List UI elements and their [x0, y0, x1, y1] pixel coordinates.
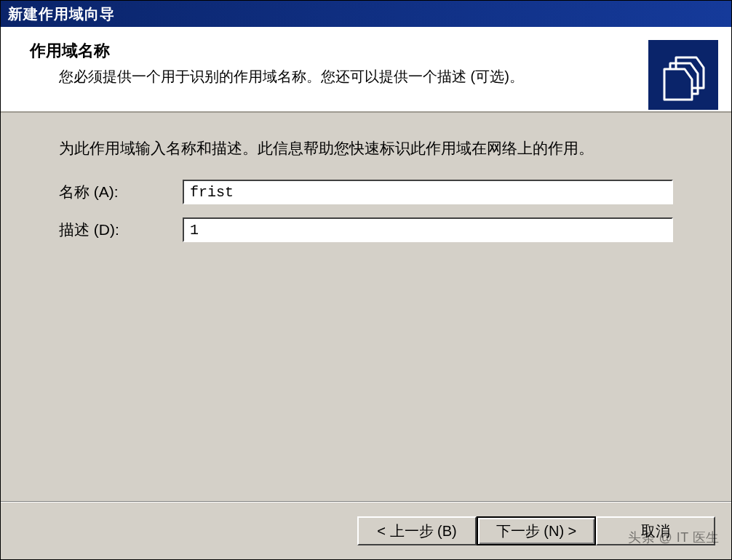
- body-description: 为此作用域输入名称和描述。此信息帮助您快速标识此作用域在网络上的作用。: [59, 137, 673, 159]
- name-row: 名称 (A):: [59, 180, 673, 204]
- cancel-button[interactable]: 取消: [596, 516, 715, 545]
- description-label: 描述 (D):: [59, 220, 183, 240]
- window-title: 新建作用域向导: [8, 4, 115, 24]
- wizard-header: 作用域名称 您必须提供一个用于识别的作用域名称。您还可以提供一个描述 (可选)。: [1, 27, 731, 113]
- wizard-body: 为此作用域输入名称和描述。此信息帮助您快速标识此作用域在网络上的作用。 名称 (…: [1, 113, 731, 501]
- description-row: 描述 (D):: [59, 217, 673, 242]
- header-title: 作用域名称: [30, 40, 648, 62]
- name-input[interactable]: [183, 180, 673, 204]
- description-input[interactable]: [183, 217, 673, 242]
- header-text: 作用域名称 您必须提供一个用于识别的作用域名称。您还可以提供一个描述 (可选)。: [30, 40, 648, 87]
- next-button[interactable]: 下一步 (N) >: [477, 516, 596, 545]
- header-subtitle: 您必须提供一个用于识别的作用域名称。您还可以提供一个描述 (可选)。: [59, 66, 648, 87]
- wizard-footer: < 上一步 (B) 下一步 (N) > 取消: [1, 503, 731, 559]
- back-button[interactable]: < 上一步 (B): [357, 516, 477, 545]
- folders-icon: [648, 40, 718, 110]
- wizard-window: 新建作用域向导 作用域名称 您必须提供一个用于识别的作用域名称。您还可以提供一个…: [0, 0, 732, 560]
- name-label: 名称 (A):: [59, 182, 183, 202]
- nav-button-group: < 上一步 (B) 下一步 (N) >: [357, 516, 596, 545]
- titlebar[interactable]: 新建作用域向导: [1, 1, 731, 27]
